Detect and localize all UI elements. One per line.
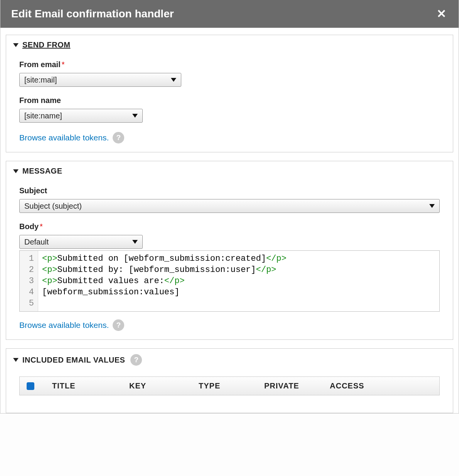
section-body-message: Subject Subject (subject) Body* Default [13, 176, 446, 331]
body-select[interactable]: Default [19, 235, 143, 249]
gutter-line: 2 [24, 264, 34, 275]
section-label: MESSAGE [22, 167, 62, 176]
table-header-row: TITLE KEY TYPE PRIVATE ACCESS [19, 376, 440, 395]
field-from-email: From email* [site:mail] [19, 60, 440, 87]
chevron-down-icon [13, 43, 19, 47]
chevron-down-icon [13, 358, 19, 362]
code-line[interactable]: [webform_submission:values] [42, 287, 435, 298]
modal-title: Edit Email confirmation handler [11, 8, 174, 20]
body-select-value: Default [24, 238, 49, 246]
code-line[interactable] [42, 298, 435, 309]
select-all-checkbox[interactable] [27, 382, 34, 390]
browse-tokens-row: Browse available tokens. ? [19, 132, 440, 143]
col-private: PRIVATE [264, 381, 330, 390]
help-icon[interactable]: ? [113, 132, 124, 143]
section-label: INCLUDED EMAIL VALUES [22, 356, 125, 365]
from-name-value: [site:name] [24, 111, 62, 120]
section-body-send-from: From email* [site:mail] From name [site:… [13, 49, 446, 143]
code-line[interactable]: <p>Submitted by: [webform_submission:use… [42, 264, 435, 275]
gutter-line: 3 [24, 275, 34, 287]
section-label: SEND FROM [22, 41, 71, 49]
modal-body: SEND FROM From email* [site:mail] From n… [0, 28, 459, 413]
chevron-down-icon [13, 169, 19, 173]
gutter-line: 1 [24, 253, 34, 264]
from-email-label: From email* [19, 60, 440, 69]
gutter-line: 5 [24, 298, 34, 309]
col-access: ACCESS [330, 381, 388, 390]
section-toggle-send-from[interactable]: SEND FROM [13, 41, 446, 49]
field-from-name: From name [site:name] [19, 96, 440, 123]
col-type: TYPE [199, 381, 264, 390]
browse-tokens-link[interactable]: Browse available tokens. [19, 321, 109, 330]
code-line[interactable]: <p>Submitted on [webform_submission:crea… [42, 253, 435, 264]
browse-tokens-link[interactable]: Browse available tokens. [19, 133, 109, 142]
subject-label: Subject [19, 186, 440, 195]
close-icon[interactable]: ✕ [435, 8, 448, 20]
subject-select[interactable]: Subject (subject) [19, 199, 440, 213]
gutter-line: 4 [24, 287, 34, 298]
browse-tokens-row: Browse available tokens. ? [19, 319, 440, 331]
panel-message: MESSAGE Subject Subject (subject) Body* … [6, 161, 453, 340]
section-toggle-message[interactable]: MESSAGE [13, 167, 446, 176]
col-title: TITLE [52, 381, 129, 390]
from-name-select[interactable]: [site:name] [19, 109, 143, 123]
field-subject: Subject Subject (subject) [19, 186, 440, 213]
from-name-label: From name [19, 96, 440, 105]
body-editor[interactable]: 12345 <p>Submitted on [webform_submissio… [19, 250, 440, 312]
col-key: KEY [129, 381, 199, 390]
chevron-down-icon [132, 240, 138, 244]
field-body: Body* Default 12345 <p>Submitted on [web… [19, 222, 440, 312]
help-icon[interactable]: ? [113, 319, 124, 331]
chevron-down-icon [429, 204, 435, 208]
code-line[interactable]: <p>Submitted values are:</p> [42, 275, 435, 287]
subject-value: Subject (subject) [24, 202, 82, 211]
section-toggle-included[interactable]: INCLUDED EMAIL VALUES ? [13, 354, 446, 366]
chevron-down-icon [171, 78, 176, 82]
panel-included-values: INCLUDED EMAIL VALUES ? TITLE KEY TYPE P… [6, 348, 453, 413]
help-icon[interactable]: ? [130, 354, 142, 366]
body-label: Body* [19, 222, 440, 231]
editor-code[interactable]: <p>Submitted on [webform_submission:crea… [38, 251, 439, 311]
from-email-value: [site:mail] [24, 76, 57, 84]
editor-gutter: 12345 [20, 251, 38, 311]
panel-send-from: SEND FROM From email* [site:mail] From n… [6, 35, 453, 152]
chevron-down-icon [132, 114, 138, 118]
included-values-table: TITLE KEY TYPE PRIVATE ACCESS [13, 366, 446, 395]
edit-handler-modal: Edit Email confirmation handler ✕ SEND F… [0, 0, 459, 414]
modal-header: Edit Email confirmation handler ✕ [0, 0, 459, 28]
from-email-select[interactable]: [site:mail] [19, 73, 181, 87]
